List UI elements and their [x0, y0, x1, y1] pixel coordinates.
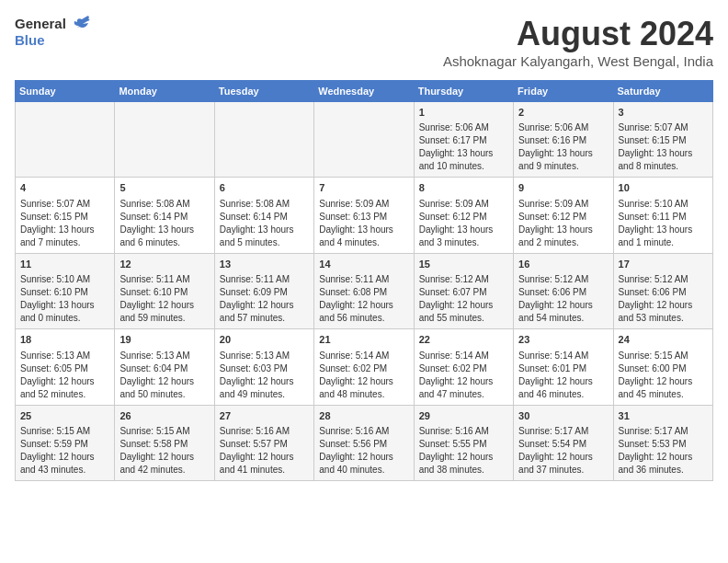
calendar-cell: 22Sunrise: 5:14 AMSunset: 6:02 PMDayligh…	[414, 329, 513, 405]
cell-content-line: and 55 minutes.	[419, 312, 508, 325]
day-number: 31	[619, 409, 708, 423]
day-number: 14	[319, 258, 408, 271]
cell-content-line: Sunrise: 5:07 AM	[20, 198, 109, 211]
cell-content-line: Daylight: 13 hours	[419, 224, 508, 236]
cell-content-line: Daylight: 12 hours	[20, 451, 109, 464]
cell-content-line: Sunset: 6:03 PM	[220, 362, 309, 375]
cell-content-line: and 41 minutes.	[220, 464, 309, 477]
day-number: 7	[319, 181, 408, 195]
cell-content-line: Sunset: 6:02 PM	[319, 362, 408, 375]
cell-content-line: Daylight: 13 hours	[419, 147, 508, 160]
calendar-cell: 19Sunrise: 5:13 AMSunset: 6:04 PMDayligh…	[115, 329, 214, 405]
cell-content-line: Daylight: 12 hours	[319, 299, 408, 312]
cell-content-line: Daylight: 12 hours	[119, 451, 209, 464]
weekday-header-thursday: Thursday	[414, 81, 513, 102]
day-number: 16	[518, 258, 608, 271]
cell-content-line: Sunset: 6:01 PM	[518, 362, 608, 375]
cell-content-line: Sunrise: 5:11 AM	[319, 273, 408, 286]
day-number: 1	[419, 106, 508, 120]
cell-content-line: and 10 minutes.	[419, 160, 508, 173]
calendar-cell: 4Sunrise: 5:07 AMSunset: 6:15 PMDaylight…	[16, 178, 115, 253]
cell-content-line: Daylight: 12 hours	[20, 375, 109, 388]
calendar-cell: 30Sunrise: 5:17 AMSunset: 5:54 PMDayligh…	[514, 405, 613, 480]
cell-content-line: Daylight: 13 hours	[619, 147, 708, 160]
day-number: 21	[319, 333, 408, 347]
cell-content-line: Daylight: 12 hours	[220, 375, 309, 388]
cell-content-line: and 43 minutes.	[20, 464, 109, 477]
weekday-header-friday: Friday	[514, 81, 613, 102]
calendar-cell: 15Sunrise: 5:12 AMSunset: 6:07 PMDayligh…	[414, 253, 513, 328]
cell-content-line: and 59 minutes.	[119, 312, 209, 325]
cell-content-line: and 47 minutes.	[419, 388, 508, 401]
cell-content-line: and 7 minutes.	[20, 236, 109, 249]
cell-content-line: and 42 minutes.	[119, 464, 209, 477]
cell-content-line: Sunrise: 5:12 AM	[619, 273, 708, 286]
day-number: 4	[20, 181, 109, 195]
calendar-cell: 11Sunrise: 5:10 AMSunset: 6:10 PMDayligh…	[16, 253, 115, 328]
day-number: 5	[119, 181, 209, 195]
cell-content-line: Sunset: 6:09 PM	[220, 286, 309, 299]
cell-content-line: Daylight: 12 hours	[419, 375, 508, 388]
cell-content-line: Sunset: 6:04 PM	[119, 362, 209, 375]
day-number: 30	[518, 409, 608, 423]
day-number: 29	[419, 409, 508, 423]
cell-content-line: and 1 minute.	[619, 236, 708, 249]
cell-content-line: and 57 minutes.	[220, 312, 309, 325]
cell-content-line: Sunrise: 5:13 AM	[20, 350, 109, 362]
weekday-header-row: SundayMondayTuesdayWednesdayThursdayFrid…	[16, 81, 713, 102]
cell-content-line: and 37 minutes.	[518, 464, 608, 477]
cell-content-line: Daylight: 13 hours	[518, 224, 608, 236]
cell-content-line: Daylight: 12 hours	[119, 375, 209, 388]
cell-content-line: Sunrise: 5:13 AM	[119, 350, 209, 362]
cell-content-line: Daylight: 13 hours	[518, 147, 608, 160]
calendar-week-row: 11Sunrise: 5:10 AMSunset: 6:10 PMDayligh…	[16, 253, 713, 328]
calendar-cell: 29Sunrise: 5:16 AMSunset: 5:55 PMDayligh…	[414, 405, 513, 480]
cell-content-line: Daylight: 12 hours	[619, 451, 708, 464]
logo-bird-icon	[70, 15, 90, 33]
day-number: 24	[619, 333, 708, 347]
cell-content-line: Daylight: 12 hours	[518, 299, 608, 312]
calendar-cell: 28Sunrise: 5:16 AMSunset: 5:56 PMDayligh…	[314, 405, 414, 480]
calendar-cell: 5Sunrise: 5:08 AMSunset: 6:14 PMDaylight…	[115, 178, 214, 253]
cell-content-line: Daylight: 13 hours	[20, 299, 109, 312]
calendar-cell: 24Sunrise: 5:15 AMSunset: 6:00 PMDayligh…	[613, 329, 712, 405]
cell-content-line: Sunset: 6:02 PM	[419, 362, 508, 375]
cell-content-line: and 0 minutes.	[20, 312, 109, 325]
cell-content-line: and 46 minutes.	[518, 388, 608, 401]
day-number: 12	[119, 258, 209, 271]
cell-content-line: Sunset: 6:14 PM	[220, 211, 309, 224]
cell-content-line: and 53 minutes.	[619, 312, 708, 325]
cell-content-line: Sunset: 6:05 PM	[20, 362, 109, 375]
calendar-cell: 12Sunrise: 5:11 AMSunset: 6:10 PMDayligh…	[115, 253, 214, 328]
calendar-cell: 23Sunrise: 5:14 AMSunset: 6:01 PMDayligh…	[514, 329, 613, 405]
day-number: 17	[619, 258, 708, 271]
weekday-header-tuesday: Tuesday	[214, 81, 313, 102]
cell-content-line: and 2 minutes.	[518, 236, 608, 249]
calendar-cell: 3Sunrise: 5:07 AMSunset: 6:15 PMDaylight…	[613, 102, 712, 178]
cell-content-line: Sunrise: 5:09 AM	[419, 198, 508, 211]
cell-content-line: Daylight: 12 hours	[619, 375, 708, 388]
calendar-cell: 8Sunrise: 5:09 AMSunset: 6:12 PMDaylight…	[414, 178, 513, 253]
cell-content-line: and 5 minutes.	[220, 236, 309, 249]
cell-content-line: Sunrise: 5:11 AM	[119, 273, 209, 286]
cell-content-line: Sunrise: 5:06 AM	[518, 121, 608, 134]
calendar-cell: 7Sunrise: 5:09 AMSunset: 6:13 PMDaylight…	[314, 178, 414, 253]
calendar-cell: 14Sunrise: 5:11 AMSunset: 6:08 PMDayligh…	[314, 253, 414, 328]
cell-content-line: Daylight: 12 hours	[319, 451, 408, 464]
cell-content-line: Sunset: 6:15 PM	[619, 134, 708, 147]
cell-content-line: Daylight: 12 hours	[119, 299, 209, 312]
cell-content-line: Sunrise: 5:08 AM	[220, 198, 309, 211]
cell-content-line: and 48 minutes.	[319, 388, 408, 401]
logo-general: General	[15, 17, 66, 32]
calendar-cell: 25Sunrise: 5:15 AMSunset: 5:59 PMDayligh…	[16, 405, 115, 480]
cell-content-line: and 49 minutes.	[220, 388, 309, 401]
cell-content-line: Sunset: 6:13 PM	[319, 211, 408, 224]
cell-content-line: and 9 minutes.	[518, 160, 608, 173]
cell-content-line: and 56 minutes.	[319, 312, 408, 325]
weekday-header-sunday: Sunday	[16, 81, 115, 102]
cell-content-line: Sunset: 6:10 PM	[119, 286, 209, 299]
cell-content-line: and 54 minutes.	[518, 312, 608, 325]
cell-content-line: Sunset: 5:56 PM	[319, 438, 408, 451]
calendar-cell	[115, 102, 214, 178]
cell-content-line: Sunset: 6:08 PM	[319, 286, 408, 299]
